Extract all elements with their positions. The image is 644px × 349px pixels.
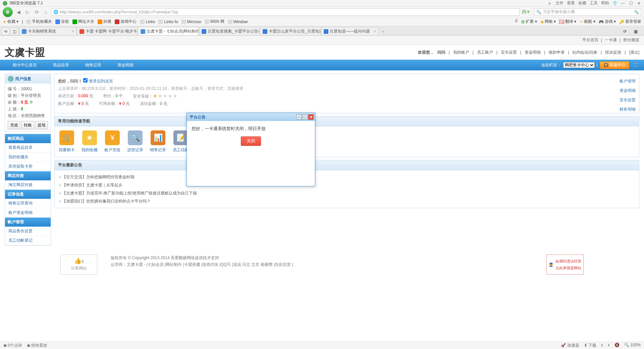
bk-linksfo[interactable]: Links fo xyxy=(158,19,178,24)
screenshot-menu[interactable]: ✂截图 ▾ xyxy=(580,19,595,24)
translate-menu[interactable]: Aa翻译 ▾ xyxy=(559,19,576,24)
link-staff-account[interactable]: 员工账户 xyxy=(477,50,493,55)
link-points[interactable]: 积分频道 xyxy=(623,37,639,43)
menu-view[interactable]: 查看 xyxy=(567,0,575,6)
news-item[interactable]: 【官方交流】怎样把握网吧经营黄金时期 xyxy=(59,173,634,181)
login-manager[interactable]: 🔑登录管家 xyxy=(619,19,641,24)
quick-nav-item[interactable]: 🔍进货记录 xyxy=(127,130,143,153)
bk-ms[interactable]: Microso xyxy=(181,19,201,24)
menu-file[interactable]: 文件 xyxy=(555,0,564,6)
side-menu-item[interactable]: 账户资金明细 xyxy=(5,208,51,218)
last-login-info: 上次登录IP：60.219.8.210，登录时间：2015-01-26 01:1… xyxy=(58,85,636,92)
ql-security[interactable]: 安全设置 xyxy=(620,96,636,104)
tab-3[interactable]: 百度知道搜索_卡盟平台公告在...× xyxy=(199,27,260,35)
quick-nav-label: 销售记录 xyxy=(150,147,166,153)
side-menu-item[interactable]: 库存提取卡密 xyxy=(5,162,51,171)
side-menu-item[interactable]: 淘宝网店对接 xyxy=(5,180,51,190)
link-my-account[interactable]: 我的账户 xyxy=(453,50,469,55)
side-menu-item[interactable]: 员工结帐登记 xyxy=(5,236,51,245)
link-security[interactable]: 安全设置 xyxy=(501,50,517,55)
tab-overflow2[interactable]: ▦ xyxy=(632,28,639,35)
news-item[interactable]: 【加盟我们】您想拥有像我们这样的点卡平台吗？ xyxy=(59,197,634,205)
menu-fav[interactable]: 收藏 xyxy=(578,0,586,6)
maximize-icon[interactable]: ☐ xyxy=(629,1,633,6)
transfer-button[interactable]: 转账 xyxy=(21,121,34,129)
favicon-icon xyxy=(263,29,267,34)
quick-nav-item[interactable]: 📊销售记录 xyxy=(150,130,166,153)
tab-close-icon[interactable]: × xyxy=(72,29,74,34)
home-button[interactable]: ⌂ xyxy=(43,9,48,15)
tab-close-icon[interactable]: × xyxy=(374,29,376,34)
search-input[interactable]: 🔍 习近平谈全面小康 🔍 xyxy=(534,8,641,16)
bk-sites[interactable]: 网址大全 xyxy=(72,19,94,24)
link-msg[interactable]: 站内短信(0)条 xyxy=(572,50,597,55)
bk-mobile[interactable]: 手机收藏夹 xyxy=(26,19,52,24)
tab-list-panel[interactable]: ◫ xyxy=(11,28,18,35)
news-item[interactable]: 【文虞卡盟】升级完毕.推广新功能上线!使用推广链接注册默认成为自己下级 xyxy=(59,189,634,197)
link-loan[interactable]: 借款申请 xyxy=(548,50,565,55)
favorites-menu[interactable]: ★收藏 ▾ xyxy=(3,19,18,24)
side-menu-item[interactable]: 销售记录查询 xyxy=(5,199,51,208)
bk-google[interactable]: 谷歌 xyxy=(55,19,69,24)
news-item[interactable]: 【申请供货】文虞卡盟｜从零起步 xyxy=(59,181,634,189)
bk-game[interactable]: 游戏中心 xyxy=(115,19,137,24)
search-go-icon[interactable]: 🔍 xyxy=(634,10,639,14)
tab-0[interactable]: 卡乐购销售系统× xyxy=(19,27,76,35)
dialog-maximize-icon[interactable]: □ xyxy=(302,114,308,120)
nav-catalog[interactable]: 商品目录 xyxy=(45,60,77,70)
quick-nav-item[interactable]: 🛒我要购卡 xyxy=(59,130,75,153)
minimize-icon[interactable]: — xyxy=(621,1,625,6)
tab-1[interactable]: 卡盟·卡盟网·卡盟平台·顺夕卡盟...× xyxy=(77,27,138,35)
url-input[interactable]: 🌐 http://wenyu.xun99.com/index.php?m=mod… xyxy=(51,8,519,16)
menu-tools[interactable]: 工具 xyxy=(590,0,598,6)
quick-nav-item[interactable]: ¥账户充值 xyxy=(104,130,120,153)
nav-sales[interactable]: 销售记录 xyxy=(77,60,109,70)
bk-haosou[interactable]: 好搜 xyxy=(98,19,111,24)
link-card[interactable]: 一卡通 xyxy=(605,37,617,43)
ql-finance[interactable]: 财务明细 xyxy=(620,106,636,113)
link-platform-home[interactable]: 平台首页 xyxy=(582,37,598,43)
close-icon[interactable]: ✕ xyxy=(637,1,641,6)
menu-help[interactable]: 帮助 xyxy=(601,0,609,6)
dialog-close-icon[interactable]: ✕ xyxy=(308,114,314,120)
fullscreen-icon[interactable]: ⛶ xyxy=(631,63,639,67)
tab-5[interactable]: 百度知道——提问问题× xyxy=(321,27,378,35)
nav-home[interactable]: 购卡中心首页 xyxy=(5,60,45,70)
side-menu-item[interactable]: 商品售价设置 xyxy=(5,227,51,236)
like-box[interactable]: 👍3 分享网站 xyxy=(60,254,97,275)
dialog-close-button[interactable]: 关闭 xyxy=(241,136,261,146)
ext-menu[interactable]: ⊞扩展 ▾ xyxy=(521,19,537,24)
history-back-panel[interactable]: ⟲ xyxy=(2,28,9,35)
bank-menu[interactable]: ◉网银 ▾ xyxy=(540,19,556,24)
forward-button[interactable]: ▷ xyxy=(24,9,31,15)
bk-msn[interactable]: MSN 网 xyxy=(205,19,224,24)
report-box[interactable]: 👮 如遇到违法经营点此举报该网站 xyxy=(546,254,584,275)
back-button[interactable]: ◀ xyxy=(15,9,22,15)
tab-4[interactable]: 卡盟怎么发平台公告_百度知道...× xyxy=(260,27,321,35)
link-complain[interactable]: 投诉反馈 xyxy=(605,50,621,55)
side-menu-item[interactable]: 查看商品目录 xyxy=(5,143,51,153)
login-redirect-checkbox[interactable] xyxy=(83,78,88,82)
bk-window[interactable]: Window xyxy=(228,19,248,24)
link-logout[interactable]: [退出] xyxy=(629,50,639,55)
ql-account[interactable]: 账户管理 xyxy=(620,77,636,85)
tab-2[interactable]: 文虞卡盟 - 七钻会员|网站制作...× xyxy=(138,27,199,35)
skin-icon[interactable]: 👕 xyxy=(612,1,617,6)
ql-funds[interactable]: 资金明细 xyxy=(620,87,636,94)
nav-section-select[interactable]: 网吧售卡中心 xyxy=(563,62,595,68)
refresh-icon[interactable]: ⟳ xyxy=(30,100,33,105)
speed-indicator[interactable]: 闪 ▾ xyxy=(522,9,529,15)
recharge-button[interactable]: 充值 xyxy=(8,121,20,129)
side-menu-item[interactable]: 我的收藏夹 xyxy=(5,153,51,162)
quick-nav-item[interactable]: ★我的收藏 xyxy=(82,130,98,153)
new-tab-button[interactable]: ＋ xyxy=(379,28,387,35)
nav-funds[interactable]: 资金明细 xyxy=(109,60,142,70)
link-funds[interactable]: 资金明细 xyxy=(525,50,541,55)
customer-service-button[interactable]: 🎧 客服中心 xyxy=(600,61,629,69)
tab-overflow[interactable]: ⟳ xyxy=(621,28,629,35)
bk-links[interactable]: Links xyxy=(140,19,155,24)
withdraw-button[interactable]: 提现 xyxy=(36,121,48,129)
dialog-minimize-icon[interactable]: – xyxy=(296,114,302,120)
game-menu[interactable]: 🎮游戏 ▾ xyxy=(599,19,616,24)
reload-button[interactable]: ⟳ xyxy=(34,9,40,15)
